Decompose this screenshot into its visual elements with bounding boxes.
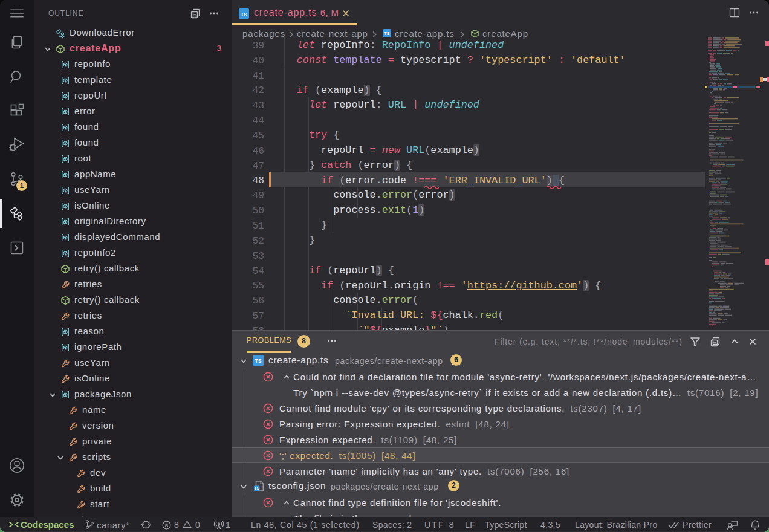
svg-text:TS: TS	[254, 485, 259, 491]
svg-text:TS: TS	[384, 31, 390, 36]
svg-text:TS: TS	[241, 11, 247, 18]
svg-text:TS: TS	[255, 358, 262, 364]
